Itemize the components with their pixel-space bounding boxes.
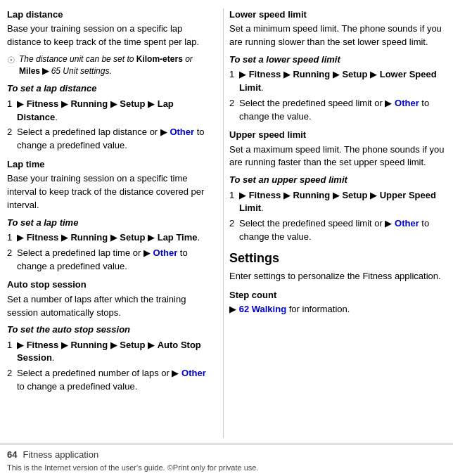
list-content: ▶ Fitness ▶ Running ▶ Setup ▶ Lap Time. [17, 231, 216, 245]
list-item: 1 ▶ Fitness ▶ Running ▶ Setup ▶ Lower Sp… [229, 68, 446, 95]
fitness-label: Fitness [249, 190, 281, 200]
list-content: ▶ Fitness ▶ Running ▶ Setup ▶ Upper Spee… [239, 189, 446, 216]
set-lap-distance-subtitle: To set a lap distance [7, 82, 216, 95]
fitness-label: Fitness [249, 69, 281, 79]
note-bold1: Kilom-eters [136, 54, 183, 64]
step-count-title: Step count [229, 289, 446, 302]
list-item: 1 ▶ Fitness ▶ Running ▶ Setup ▶ Lap Time… [7, 231, 216, 245]
lower-speed-body: Set a minimum speed limit. The phone sou… [229, 22, 446, 49]
list-num: 2 [7, 367, 17, 380]
note-bold2: Miles [19, 66, 40, 76]
running-label: Running [293, 190, 330, 200]
running-label: Running [70, 232, 108, 243]
page-number: 64 [7, 449, 17, 461]
footer: 64 Fitness application This is the Inter… [0, 444, 453, 476]
fitness-label: Fitness [27, 232, 59, 243]
note-icon: ☉ [7, 54, 15, 67]
set-upper-speed-subtitle: To set an upper speed limit [229, 174, 446, 186]
list-content: ▶ Fitness ▶ Running ▶ Setup ▶ Auto Stop … [17, 339, 216, 366]
footer-note: This is the Internet version of the user… [7, 463, 446, 473]
list-num: 1 [229, 189, 239, 202]
other-link: Other [181, 368, 206, 378]
set-lower-speed-list: 1 ▶ Fitness ▶ Running ▶ Setup ▶ Lower Sp… [229, 68, 446, 123]
page-container: Lap distance Base your training session … [0, 0, 453, 476]
set-auto-stop-list: 1 ▶ Fitness ▶ Running ▶ Setup ▶ Auto Sto… [7, 339, 216, 394]
other-link: Other [170, 127, 194, 137]
left-column: Lap distance Base your training session … [7, 8, 223, 438]
lap-time-body: Base your training session on a specific… [7, 172, 216, 212]
note-arrow: ▶ [40, 66, 51, 76]
list-num: 2 [7, 247, 17, 260]
other-link: Other [153, 247, 178, 258]
lap-time-title: Lap time [7, 158, 216, 171]
setup-label: Setup [342, 69, 367, 79]
other-link: Other [395, 98, 419, 108]
list-item: 2 Select a predefined lap time or ▶ Othe… [7, 247, 216, 274]
settings-body: Enter settings to personalize the Fitnes… [229, 270, 446, 283]
set-lap-time-list: 1 ▶ Fitness ▶ Running ▶ Setup ▶ Lap Time… [7, 231, 216, 274]
list-item: 1 ▶ Fitness ▶ Running ▶ Setup ▶ Auto Sto… [7, 339, 216, 366]
lower-speed-title: Lower speed limit [229, 8, 446, 21]
note-end: 65 Unit settings [51, 66, 110, 76]
running-label: Running [293, 69, 330, 79]
setup-label: Setup [342, 190, 367, 200]
list-num: 2 [229, 97, 239, 110]
list-item: 1 ▶ Fitness ▶ Running ▶ Setup ▶ Lap Dist… [7, 98, 216, 124]
list-num: 2 [7, 126, 17, 139]
set-lap-distance-list: 1 ▶ Fitness ▶ Running ▶ Setup ▶ Lap Dist… [7, 98, 216, 153]
list-num: 1 [7, 98, 17, 111]
list-item: 2 Select the predefined speed limit or ▶… [229, 217, 446, 244]
list-content: Select the predefined speed limit or ▶ O… [239, 97, 446, 124]
fitness-label: Fitness [27, 98, 59, 109]
list-item: 1 ▶ Fitness ▶ Running ▶ Setup ▶ Upper Sp… [229, 189, 446, 216]
lap-distance-title: Lap distance [7, 8, 216, 21]
list-num: 1 [7, 231, 17, 245]
running-label: Running [70, 98, 108, 109]
setup-label: Setup [120, 232, 145, 243]
footer-page-line: 64 Fitness application [7, 449, 446, 461]
step-count-end: for information. [286, 304, 350, 314]
set-lap-time-subtitle: To set a lap time [7, 217, 216, 229]
set-auto-stop-subtitle: To set the auto stop session [7, 323, 216, 336]
step-count-arrow: ▶ [229, 304, 239, 314]
distance-note: ☉ The distance unit can be set to Kilom-… [7, 53, 216, 77]
step-count-body: ▶ 62 Walking for information. [229, 303, 446, 316]
footer-title: Fitness application [23, 449, 98, 461]
settings-title: Settings [229, 250, 446, 267]
upper-speed-body: Set a maximum speed limit. The phone sou… [229, 143, 446, 170]
list-item: 2 Select a predefined number of laps or … [7, 367, 216, 394]
list-content: Select a predefined lap distance or ▶ Ot… [17, 126, 216, 153]
note-text: The distance unit can be set to Kilom-et… [19, 53, 216, 77]
list-num: 1 [7, 339, 17, 352]
set-upper-speed-list: 1 ▶ Fitness ▶ Running ▶ Setup ▶ Upper Sp… [229, 189, 446, 244]
right-column: Lower speed limit Set a minimum speed li… [223, 8, 446, 438]
list-item: 2 Select a predefined lap distance or ▶ … [7, 126, 216, 153]
lap-time-label: Lap Time [158, 232, 198, 243]
list-item: 2 Select the predefined speed limit or ▶… [229, 97, 446, 124]
set-lower-speed-subtitle: To set a lower speed limit [229, 53, 446, 66]
list-content: Select a predefined lap time or ▶ Other … [17, 247, 216, 274]
setup-label: Setup [120, 98, 145, 109]
list-content: Select a predefined number of laps or ▶ … [17, 367, 216, 394]
auto-stop-title: Auto stop session [7, 278, 216, 291]
setup-label: Setup [120, 340, 145, 350]
list-content: ▶ Fitness ▶ Running ▶ Setup ▶ Lap Distan… [17, 98, 216, 124]
step-count-link: 62 Walking [239, 304, 286, 314]
list-content: ▶ Fitness ▶ Running ▶ Setup ▶ Lower Spee… [239, 68, 446, 95]
content-area: Lap distance Base your training session … [0, 0, 453, 444]
fitness-label: Fitness [27, 340, 59, 350]
other-link: Other [395, 218, 419, 229]
lap-distance-body: Base your training session on a specific… [7, 22, 216, 49]
note-end-suffix: . [109, 66, 111, 76]
list-num: 1 [229, 68, 239, 82]
note-prefix: The distance unit can be set to [19, 54, 136, 64]
running-label: Running [70, 340, 108, 350]
list-content: Select the predefined speed limit or ▶ O… [239, 217, 446, 244]
note-mid: or [183, 54, 193, 64]
list-num: 2 [229, 217, 239, 231]
auto-stop-body: Set a number of laps after which the tra… [7, 293, 216, 320]
upper-speed-title: Upper speed limit [229, 129, 446, 141]
